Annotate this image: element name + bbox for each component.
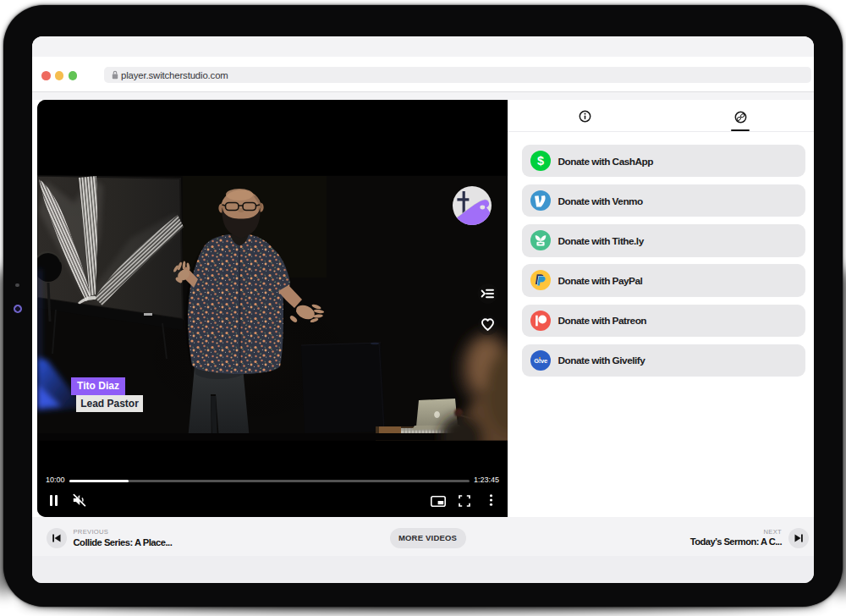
svg-text:G!ve: G!ve	[534, 357, 547, 365]
svg-text:$: $	[536, 154, 543, 168]
